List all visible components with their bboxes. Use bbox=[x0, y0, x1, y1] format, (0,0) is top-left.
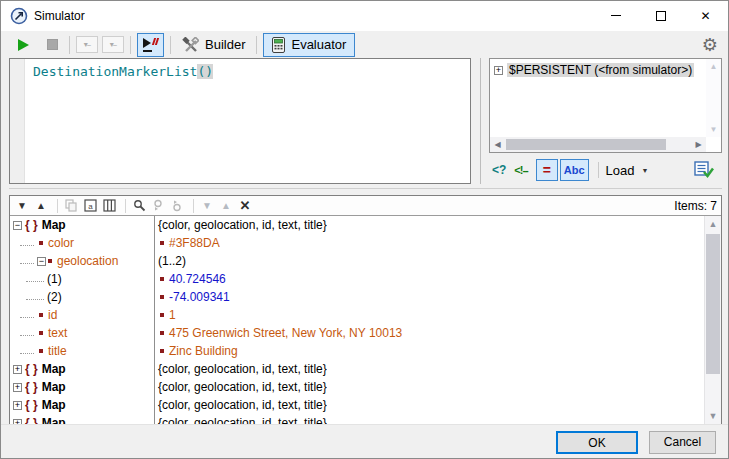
tree-key-label: title bbox=[48, 342, 67, 360]
breakpoint-button-2[interactable]: ▾-- bbox=[102, 36, 124, 53]
expand-box-icon[interactable]: + bbox=[13, 401, 22, 410]
tree-value-cell: 1 bbox=[154, 306, 176, 324]
column-divider[interactable] bbox=[154, 216, 155, 424]
results-vscrollbar[interactable]: ▲ ▼ bbox=[704, 216, 721, 424]
toolbar-separator bbox=[57, 199, 58, 213]
xml-comment-icon[interactable]: <!-- bbox=[514, 164, 527, 176]
tree-row[interactable]: id1 bbox=[10, 306, 704, 324]
columns-icon[interactable] bbox=[101, 198, 117, 214]
toolbar-separator bbox=[193, 199, 194, 213]
load-dropdown-button[interactable]: Load ▼ bbox=[606, 163, 649, 178]
persistent-hscrollbar[interactable]: ◀ ▶ bbox=[490, 137, 706, 152]
scroll-up-icon[interactable]: ▲ bbox=[705, 216, 721, 232]
tree-value-cell: -74.009341 bbox=[154, 288, 230, 306]
tree-value-label: {color, geolocation, id, text, title} bbox=[158, 396, 327, 414]
result-format-toolbar: <? <!-- = Abc Load ▼ bbox=[489, 157, 722, 183]
equals-toggle-button[interactable]: = bbox=[536, 159, 558, 181]
collapse-box-icon[interactable]: − bbox=[37, 257, 46, 266]
main-toolbar: ▾-- ▾-- Builder bbox=[1, 31, 728, 58]
tree-row[interactable]: (2)-74.009341 bbox=[10, 288, 704, 306]
minimize-button[interactable] bbox=[593, 1, 638, 30]
cancel-button[interactable]: Cancel bbox=[649, 431, 716, 454]
scroll-right-icon[interactable]: ▶ bbox=[691, 137, 706, 152]
tree-row[interactable]: +{ }Map{color, geolocation, id, text, ti… bbox=[10, 360, 704, 378]
toolbar-separator bbox=[69, 36, 70, 54]
key-bullet-icon bbox=[39, 241, 43, 245]
horizontal-splitter[interactable] bbox=[9, 188, 722, 189]
find-icon[interactable] bbox=[131, 198, 147, 214]
builder-button[interactable]: Builder bbox=[177, 33, 250, 57]
expand-box-icon[interactable]: + bbox=[494, 66, 503, 75]
goto-next-icon[interactable]: ▼ bbox=[199, 198, 215, 214]
scroll-down-icon[interactable]: ▼ bbox=[706, 122, 721, 137]
xml-declaration-icon[interactable]: <? bbox=[492, 163, 506, 177]
tree-key-label: id bbox=[48, 306, 57, 324]
tree-row[interactable]: text475 Greenwich Street, New York, NY 1… bbox=[10, 324, 704, 342]
tree-row[interactable]: +{ }Map{color, geolocation, id, text, ti… bbox=[10, 396, 704, 414]
tree-value-cell: {color, geolocation, id, text, title} bbox=[154, 360, 327, 378]
scrollbar-thumb[interactable] bbox=[506, 139, 666, 150]
tree-row[interactable]: titleZinc Building bbox=[10, 342, 704, 360]
scroll-left-icon[interactable]: ◀ bbox=[490, 137, 505, 152]
find-prev-icon[interactable] bbox=[169, 198, 185, 214]
tree-row[interactable]: +{ }Map{color, geolocation, id, text, ti… bbox=[10, 414, 704, 424]
tree-key-label: Map bbox=[42, 216, 66, 234]
clear-icon[interactable]: ✕ bbox=[237, 198, 253, 214]
expand-all-icon[interactable]: ▼ bbox=[14, 198, 30, 214]
persistent-tree-item[interactable]: + $PERSISTENT (<from simulator>) bbox=[494, 63, 694, 77]
persistent-vscrollbar[interactable]: ▲ ▼ bbox=[706, 59, 721, 137]
tree-key-cell: +{ }Map bbox=[10, 378, 154, 396]
close-button[interactable]: ✕ bbox=[683, 1, 728, 30]
scroll-down-icon[interactable]: ▼ bbox=[705, 408, 721, 424]
stop-button[interactable] bbox=[42, 33, 63, 57]
titlebar: Simulator ✕ bbox=[1, 1, 728, 31]
tree-value-cell: 40.724546 bbox=[154, 270, 226, 288]
stop-icon bbox=[47, 39, 58, 50]
tree-value-cell: Zinc Building bbox=[154, 342, 238, 360]
collapse-box-icon[interactable]: − bbox=[13, 221, 22, 230]
tree-value-label: {color, geolocation, id, text, title} bbox=[158, 360, 327, 378]
tree-key-cell: title bbox=[10, 342, 154, 360]
goto-prev-icon[interactable]: ▲ bbox=[218, 198, 234, 214]
value-bullet-icon bbox=[160, 241, 164, 245]
tree-key-cell: text bbox=[10, 324, 154, 342]
apply-results-icon[interactable] bbox=[694, 161, 714, 179]
find-next-icon[interactable] bbox=[150, 198, 166, 214]
tree-row[interactable]: +{ }Map{color, geolocation, id, text, ti… bbox=[10, 378, 704, 396]
map-braces-icon: { } bbox=[25, 396, 38, 414]
toolbar-separator bbox=[125, 199, 126, 213]
tree-key-cell: color bbox=[10, 234, 154, 252]
tree-value-label: {color, geolocation, id, text, title} bbox=[158, 216, 327, 234]
copy-icon[interactable] bbox=[63, 198, 79, 214]
results-panel: ▼ ▲ a ▼ ▲ ✕ bbox=[9, 195, 722, 425]
tree-row[interactable]: −geolocation(1..2) bbox=[10, 252, 704, 270]
tree-row[interactable]: (1)40.724546 bbox=[10, 270, 704, 288]
ok-button[interactable]: OK bbox=[556, 431, 638, 454]
expression-editor[interactable]: DestinationMarkerList() bbox=[9, 58, 471, 184]
tree-key-cell: +{ }Map bbox=[10, 360, 154, 378]
breakpoint-button-1[interactable]: ▾-- bbox=[76, 36, 98, 53]
trace-toggle-button[interactable] bbox=[137, 33, 164, 57]
tree-value-cell: #3F88DA bbox=[154, 234, 220, 252]
collapse-all-icon[interactable]: ▲ bbox=[33, 198, 49, 214]
tree-row[interactable]: −{ }Map{color, geolocation, id, text, ti… bbox=[10, 216, 704, 234]
scroll-up-icon[interactable]: ▲ bbox=[706, 59, 721, 74]
copy-as-text-icon[interactable]: a bbox=[82, 198, 98, 214]
maximize-button[interactable] bbox=[638, 1, 683, 30]
expand-box-icon[interactable]: + bbox=[13, 365, 22, 374]
editor-gutter bbox=[10, 59, 25, 183]
tree-key-cell: −{ }Map bbox=[10, 216, 154, 234]
tree-key-cell: −geolocation bbox=[10, 252, 154, 270]
scrollbar-thumb[interactable] bbox=[706, 234, 720, 374]
value-bullet-icon bbox=[160, 313, 164, 317]
app-icon bbox=[10, 7, 28, 25]
tree-value-cell: {color, geolocation, id, text, title} bbox=[154, 414, 327, 424]
settings-gear-icon[interactable]: ⚙ bbox=[702, 34, 718, 56]
tree-row[interactable]: color#3F88DA bbox=[10, 234, 704, 252]
run-button[interactable] bbox=[13, 33, 34, 57]
vertical-splitter[interactable] bbox=[480, 58, 481, 184]
evaluator-button[interactable]: Evaluator bbox=[263, 33, 355, 57]
abc-toggle-button[interactable]: Abc bbox=[560, 159, 589, 181]
expand-box-icon[interactable]: + bbox=[13, 383, 22, 392]
persistent-item-label: $PERSISTENT (<from simulator>) bbox=[507, 63, 694, 77]
